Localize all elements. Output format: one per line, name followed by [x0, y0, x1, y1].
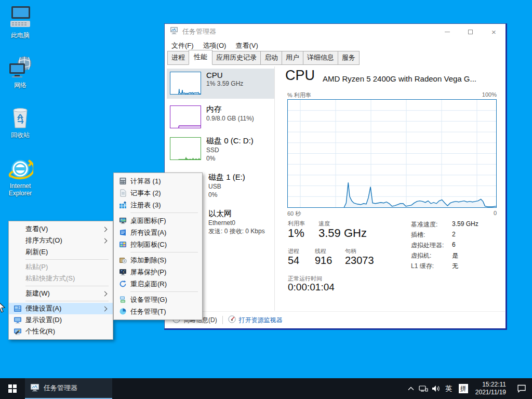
task-manager-icon	[115, 308, 130, 315]
sidebar-divider	[274, 66, 275, 311]
util-axis-label: % 利用率	[287, 91, 311, 99]
task-manager-taskbar-icon	[30, 383, 39, 394]
sidebar-item-disk0[interactable]: 磁盘 0 (C: D:) SSD 0%	[167, 134, 274, 168]
notepad-icon	[115, 189, 130, 197]
tray-chevron-icon[interactable]	[405, 378, 417, 399]
menu-item-refresh[interactable]: 刷新(E)	[9, 246, 113, 258]
statusbar-separator	[222, 316, 223, 324]
l1-cache-value: 无	[452, 262, 458, 271]
desktop-icon-label: 此电脑	[0, 32, 41, 39]
submenu-item-calculator[interactable]: 计算器 (1)	[114, 175, 202, 187]
control-panel-icon	[115, 241, 130, 248]
menu-separator	[130, 212, 198, 213]
desktop-icon-recycle-bin[interactable]: 回收站	[0, 105, 41, 139]
titlebar[interactable]: 任务管理器 ×	[165, 24, 506, 39]
taskbar-clock[interactable]: 15:22:11 2021/11/19	[471, 381, 511, 396]
open-resource-monitor-link[interactable]: 打开资源监视器	[239, 316, 283, 325]
sidebar-item-cpu[interactable]: CPU 1% 3.59 GHz	[167, 69, 274, 99]
sidebar-disk1-usage: 0%	[208, 191, 245, 199]
speed-value: 3.59 GHz	[318, 227, 367, 240]
submenu-item-device-manager[interactable]: 设备管理(G)	[114, 294, 202, 305]
task-manager-window: 任务管理器 × 文件(F) 选项(O) 查看(V) 进程 性能 应用历史记录 启…	[164, 23, 507, 330]
l1-cache-label: L1 缓存:	[411, 262, 434, 271]
sockets-value: 2	[452, 231, 456, 238]
sidebar-disk0-title: 磁盘 0 (C: D:)	[206, 136, 254, 146]
minimize-button[interactable]	[435, 24, 459, 39]
tab-app-history[interactable]: 应用历史记录	[212, 51, 261, 65]
submenu-item-notepad[interactable]: 记事本 (2)	[114, 187, 202, 199]
desktop-icon-internet-explorer[interactable]: Internet Explorer	[0, 156, 41, 197]
close-button[interactable]: ×	[482, 24, 506, 39]
submenu-arrow-icon	[102, 238, 108, 243]
submenu-item-registry[interactable]: 注册表 (3)	[114, 199, 202, 211]
ime-mode-indicator[interactable]: 拼	[459, 384, 468, 393]
submenu-item-control-panel[interactable]: 控制面板(C)	[114, 238, 202, 250]
screensaver-icon	[115, 268, 130, 276]
tab-performance[interactable]: 性能	[189, 50, 212, 65]
submenu-arrow-icon	[102, 227, 108, 232]
sidebar-ethernet-title: 以太网	[208, 209, 265, 219]
virtual-machine-label: 虚拟机:	[411, 251, 431, 260]
disk0-mini-graph	[170, 137, 201, 160]
internet-explorer-icon	[7, 156, 33, 181]
clock-date: 2021/11/19	[475, 389, 506, 396]
desktop-icons-icon	[115, 217, 130, 224]
menu-item-personalize[interactable]: 个性化(R)	[9, 326, 113, 337]
start-button[interactable]	[0, 378, 25, 399]
x-axis-right-label: 0	[476, 210, 497, 216]
all-settings-icon	[115, 229, 130, 236]
memory-mini-graph	[170, 105, 201, 128]
taskbar-app-label: 任务管理器	[44, 383, 77, 393]
taskbar: 任务管理器 英 拼 15:22:11 2021/11/19	[0, 378, 532, 399]
volume-tray-icon[interactable]	[430, 378, 442, 399]
sidebar-item-memory[interactable]: 内存 0.9/8.0 GB (11%)	[167, 102, 274, 132]
submenu-item-all-settings[interactable]: 所有设置(A)	[114, 227, 202, 238]
menu-item-paste-shortcut: 粘贴快捷方式(S)	[9, 273, 113, 284]
tab-services[interactable]: 服务	[338, 51, 360, 65]
submenu-item-desktop-icons[interactable]: 桌面图标(F)	[114, 215, 202, 227]
submenu-item-add-remove[interactable]: 添加删除(S)	[114, 254, 202, 266]
menu-item-view[interactable]: 查看(V)	[9, 223, 113, 235]
menu-item-new[interactable]: 新建(W)	[9, 288, 113, 299]
sockets-label: 插槽:	[411, 231, 425, 240]
x-axis-left-label: 60 秒	[287, 210, 301, 218]
sidebar-disk1-type: USB	[208, 182, 245, 191]
sidebar-cpu-title: CPU	[206, 71, 243, 79]
sidebar-ethernet-stats: 发送: 0 接收: 0 Kbps	[208, 227, 265, 235]
desktop-icon-network[interactable]: 网络	[0, 55, 41, 89]
menu-item-display-settings[interactable]: 显示设置(D)	[9, 314, 113, 326]
tab-startup[interactable]: 启动	[260, 51, 282, 65]
submenu-item-restart-desktop[interactable]: 重启桌面(R)	[114, 278, 202, 290]
window-title: 任务管理器	[182, 27, 435, 36]
menu-view[interactable]: 查看(V)	[231, 40, 262, 51]
network-tray-icon[interactable]	[417, 378, 430, 399]
menu-item-sort-by[interactable]: 排序方式(O)	[9, 235, 113, 246]
recycle-bin-icon	[7, 105, 33, 130]
sidebar-memory-title: 内存	[206, 104, 254, 114]
menubar: 文件(F) 选项(O) 查看(V)	[165, 39, 506, 52]
virtual-processors-value: 6	[452, 241, 456, 248]
system-tray: 英 拼 15:22:11 2021/11/19	[405, 378, 532, 399]
submenu-arrow-icon	[102, 291, 108, 296]
maximize-button[interactable]	[459, 24, 482, 39]
handles-label: 句柄	[345, 247, 356, 255]
clock-time: 15:22:11	[475, 381, 506, 389]
sidebar-memory-stats: 0.9/8.0 GB (11%)	[206, 114, 254, 123]
this-pc-icon	[7, 5, 33, 30]
desktop-icon-this-pc[interactable]: 此电脑	[0, 5, 41, 39]
network-icon	[7, 55, 33, 80]
submenu-item-task-manager[interactable]: 任务管理(T)	[114, 305, 202, 317]
tab-users[interactable]: 用户	[282, 51, 303, 65]
cpu-model: AMD Ryzen 5 2400G with Radeon Vega G...	[323, 74, 476, 83]
cpu-utilization-chart[interactable]	[287, 99, 497, 208]
tab-details[interactable]: 详细信息	[303, 51, 338, 65]
tab-processes[interactable]: 进程	[167, 51, 189, 65]
language-indicator[interactable]: 英	[442, 384, 456, 393]
action-center-icon[interactable]	[511, 384, 532, 393]
menu-item-quick-settings[interactable]: 便捷设置(A)	[9, 303, 113, 314]
menu-separator	[130, 291, 198, 292]
taskbar-app-task-manager[interactable]: 任务管理器	[25, 378, 112, 399]
submenu-item-screensaver[interactable]: 屏幕保护(P)	[114, 266, 202, 278]
desktop-icon-label: 回收站	[0, 131, 41, 139]
uptime-value: 0:00:01:04	[288, 282, 335, 293]
